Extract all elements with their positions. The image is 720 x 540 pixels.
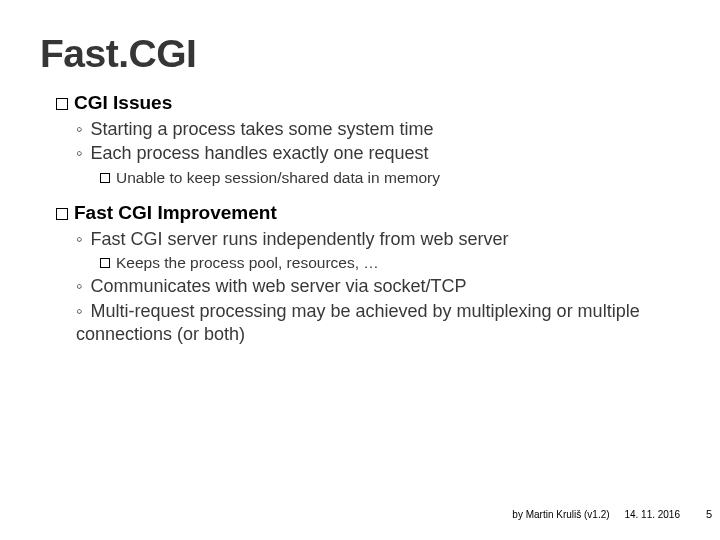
- section-header-2: Fast CGI Improvement: [56, 202, 680, 224]
- checkbox-icon: [100, 258, 110, 268]
- footer-author: by Martin Kruliš (v1.2): [512, 509, 609, 520]
- sub-list-item: Keeps the process pool, resources, …: [100, 253, 680, 273]
- list-item: Communicates with web server via socket/…: [76, 275, 680, 298]
- section-header-2-text: Fast CGI Improvement: [74, 202, 277, 223]
- list-item: Starting a process takes some system tim…: [76, 118, 680, 141]
- section-cgi-issues: CGI Issues Starting a process takes some…: [40, 92, 680, 188]
- page-number: 5: [706, 508, 712, 520]
- list-item: Each process handles exactly one request: [76, 142, 680, 165]
- section-fastcgi-improvement: Fast CGI Improvement Fast CGI server run…: [40, 202, 680, 347]
- list-item: Fast CGI server runs independently from …: [76, 228, 680, 251]
- list-item: Multi-request processing may be achieved…: [76, 300, 680, 347]
- checkbox-icon: [100, 173, 110, 183]
- section-header-1: CGI Issues: [56, 92, 680, 114]
- sub-list-item: Unable to keep session/shared data in me…: [100, 168, 680, 188]
- slide-content: Fast.CGI CGI Issues Starting a process t…: [0, 0, 720, 347]
- footer-date: 14. 11. 2016: [624, 509, 680, 520]
- section-header-1-text: CGI Issues: [74, 92, 172, 113]
- checkbox-icon: [56, 208, 68, 220]
- slide-title: Fast.CGI: [40, 32, 680, 76]
- checkbox-icon: [56, 98, 68, 110]
- footer: by Martin Kruliš (v1.2) 14. 11. 2016: [512, 509, 680, 520]
